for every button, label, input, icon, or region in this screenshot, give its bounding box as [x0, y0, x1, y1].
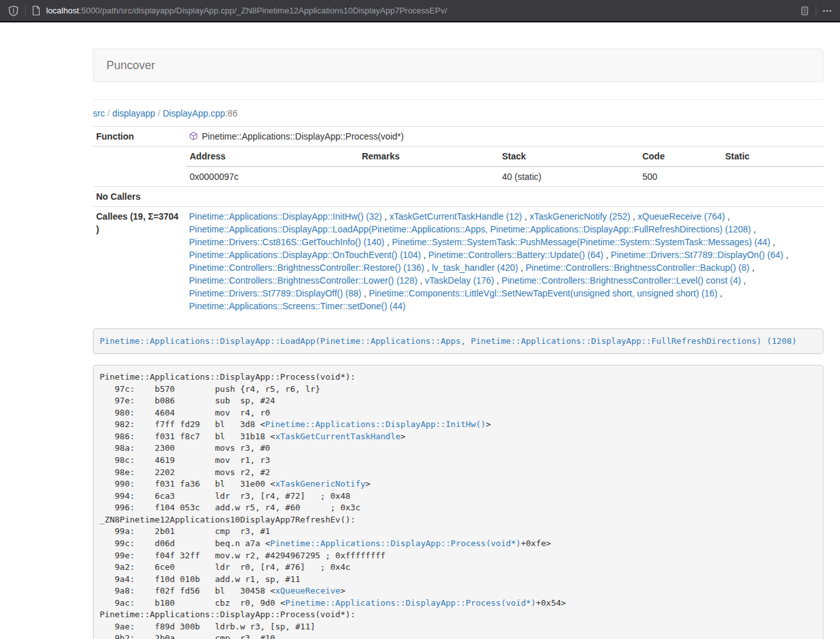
asm-symbol-link[interactable]: Pinetime::Applications::DisplayApp::Proc…: [270, 538, 521, 548]
callee-link[interactable]: Pinetime::Applications::DisplayApp::Init…: [189, 211, 382, 222]
column-header-address: Address: [186, 147, 358, 166]
callee-link[interactable]: Pinetime::Drivers::Cst816S::GetTouchInfo…: [189, 237, 384, 247]
metrics-cell: Address Remarks Stack Code Static 0x0000…: [186, 147, 823, 187]
code-value: 500: [638, 166, 721, 186]
breadcrumb-link-displayapp[interactable]: displayapp: [112, 108, 155, 118]
asm-symbol-link[interactable]: Pinetime::Applications::DisplayApp::Proc…: [285, 598, 536, 608]
address-value: 0x0000097c: [186, 166, 358, 186]
breadcrumb: src / displayapp / DisplayApp.cpp:86: [93, 108, 823, 118]
brand-link[interactable]: Puncover: [94, 49, 168, 81]
static-value: [721, 166, 823, 186]
no-callers-label: No Callers: [93, 187, 186, 207]
function-table: Function Pinetime::Applications::Display…: [93, 126, 823, 316]
highlighted-callee-box: Pinetime::Applications::DisplayApp::Load…: [93, 328, 823, 354]
breadcrumb-separator: /: [158, 108, 160, 118]
metrics-row: Address Remarks Stack Code Static 0x0000…: [93, 147, 823, 187]
callee-link[interactable]: Pinetime::Controllers::BrightnessControl…: [502, 275, 741, 286]
callees-row: Callees (19, Σ=3704 ) Pinetime::Applicat…: [93, 207, 823, 316]
asm-symbol-link[interactable]: xTaskGetCurrentTaskHandle: [275, 432, 400, 441]
toolbar-separator: [25, 4, 26, 17]
callee-link[interactable]: xQueueReceive (764): [638, 211, 725, 222]
metrics-row-label: [93, 147, 186, 187]
breadcrumb-line-number: :86: [225, 108, 237, 118]
divider: [93, 99, 823, 100]
function-label: Function: [93, 127, 186, 147]
callees-cell: Pinetime::Applications::DisplayApp::Init…: [186, 207, 823, 316]
column-header-code: Code: [638, 147, 721, 166]
cube-icon: [189, 131, 198, 141]
toolbar-separator: [816, 4, 816, 17]
column-header-remarks: Remarks: [358, 147, 498, 166]
asm-symbol-link[interactable]: Pinetime::Applications::DisplayApp::Init…: [265, 419, 486, 429]
function-name-cell: Pinetime::Applications::DisplayApp::Proc…: [186, 127, 823, 147]
url-path: :5000/path/src/displayapp/DisplayApp.cpp…: [79, 6, 447, 15]
assembly-code: Pinetime::Applications::DisplayApp::Proc…: [93, 365, 823, 639]
url-bar[interactable]: localhost:5000/path/src/displayapp/Displ…: [46, 6, 793, 15]
callee-link[interactable]: Pinetime::Drivers::St7789::DisplayOff() …: [189, 288, 361, 298]
breadcrumb-link-file[interactable]: DisplayApp.cpp: [163, 108, 225, 118]
remarks-value: [358, 166, 498, 186]
column-header-static: Static: [721, 147, 823, 166]
callee-link[interactable]: vTaskDelay (176): [425, 275, 494, 286]
function-name: Pinetime::Applications::DisplayApp::Proc…: [202, 131, 404, 142]
callee-link[interactable]: Pinetime::System::SystemTask::PushMessag…: [392, 237, 771, 247]
page-container: Puncover src / displayapp / DisplayApp.c…: [93, 49, 823, 639]
asm-symbol-link[interactable]: xQueueReceive: [275, 586, 340, 595]
function-row: Function Pinetime::Applications::Display…: [93, 127, 823, 147]
callee-link[interactable]: Pinetime::Applications::DisplayApp::Load…: [189, 224, 751, 234]
callee-link[interactable]: lv_task_handler (420): [432, 263, 518, 273]
callee-link[interactable]: Pinetime::Drivers::St7789::DisplayOn() (…: [611, 250, 783, 260]
page-icon[interactable]: [31, 5, 41, 16]
asm-symbol-link[interactable]: xTaskGenericNotify: [275, 479, 365, 489]
callee-link[interactable]: Pinetime::Components::LittleVgl::SetNewT…: [369, 288, 718, 298]
metrics-table: Address Remarks Stack Code Static 0x0000…: [186, 147, 823, 186]
column-header-stack: Stack: [498, 147, 639, 166]
callee-link[interactable]: Pinetime::Controllers::BrightnessControl…: [525, 263, 749, 273]
url-host: localhost: [46, 6, 79, 15]
callee-link[interactable]: Pinetime::Applications::Screens::Timer::…: [189, 301, 406, 311]
callee-link[interactable]: xTaskGenericNotify (252): [529, 211, 630, 222]
callees-label: Callees (19, Σ=3704 ): [93, 207, 186, 316]
table-row: 0x0000097c 40 (static) 500: [186, 166, 823, 186]
callee-link[interactable]: xTaskGetCurrentTaskHandle (12): [390, 211, 522, 222]
callee-link[interactable]: Pinetime::Controllers::BrightnessControl…: [189, 263, 424, 273]
reader-mode-icon[interactable]: [800, 6, 810, 16]
callee-link[interactable]: Pinetime::Controllers::Battery::Update()…: [429, 250, 604, 260]
callee-link[interactable]: Pinetime::Applications::DisplayApp::OnTo…: [189, 250, 421, 260]
breadcrumb-separator: /: [108, 108, 110, 118]
stack-value: 40 (static): [498, 166, 639, 186]
breadcrumb-link-src[interactable]: src: [93, 108, 105, 118]
no-callers-cell: [186, 187, 823, 207]
callee-link[interactable]: Pinetime::Controllers::BrightnessControl…: [189, 275, 417, 286]
menu-ellipsis-icon[interactable]: [822, 6, 832, 16]
shield-icon[interactable]: [8, 5, 19, 17]
no-callers-row: No Callers: [93, 187, 823, 207]
highlighted-callee-link[interactable]: Pinetime::Applications::DisplayApp::Load…: [100, 336, 797, 346]
navbar: Puncover: [93, 49, 823, 82]
browser-bar: localhost:5000/path/src/displayapp/Displ…: [0, 0, 840, 22]
